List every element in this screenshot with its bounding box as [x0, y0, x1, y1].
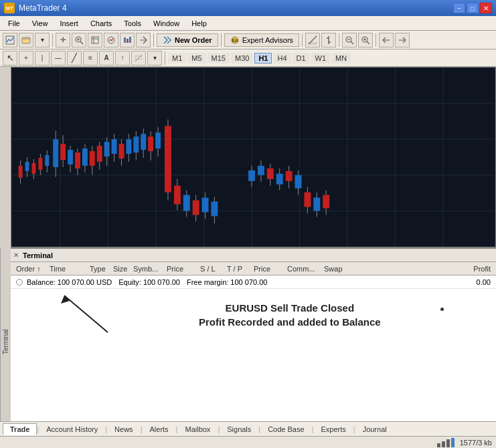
tb-chart-shift-btn[interactable]: [136, 33, 151, 47]
menu-view[interactable]: View: [27, 18, 54, 29]
tb-cursor-btn[interactable]: ↖: [3, 51, 17, 66]
menu-window[interactable]: Window: [148, 18, 185, 29]
app-icon: MT: [4, 3, 15, 13]
menu-tools[interactable]: Tools: [118, 18, 147, 29]
svg-rect-98: [183, 195, 190, 211]
svg-rect-84: [126, 139, 131, 154]
tb-chart-bar-btn[interactable]: [321, 33, 336, 47]
menu-help[interactable]: Help: [186, 18, 212, 29]
minimize-button[interactable]: −: [453, 3, 465, 13]
svg-rect-106: [248, 171, 255, 181]
tf-mn[interactable]: MN: [331, 53, 351, 64]
svg-rect-86: [133, 136, 139, 152]
tf-h4[interactable]: H4: [273, 53, 291, 64]
menu-insert[interactable]: Insert: [54, 18, 84, 29]
svg-rect-125: [437, 443, 440, 447]
status-bar: 1577/3 kb: [0, 436, 496, 448]
tb-text-btn[interactable]: A: [99, 51, 114, 66]
annotation-text: EURUSD Sell Trade Closed Profit Recorded…: [199, 302, 381, 328]
title-bar-text: MetaTrader 4: [19, 3, 67, 13]
status-bar-icons: [437, 438, 457, 447]
svg-rect-56: [25, 162, 29, 171]
tab-codebase[interactable]: Code Base: [260, 423, 311, 435]
tf-d1[interactable]: D1: [293, 53, 310, 64]
tb-zoom-in2-btn[interactable]: [358, 33, 373, 47]
tf-h1[interactable]: H1: [254, 53, 272, 64]
tb-sep1: [52, 33, 53, 47]
th-symbol: Symb...: [131, 265, 164, 273]
terminal-close-btn[interactable]: ✕: [13, 251, 19, 259]
dot-marker: [440, 308, 444, 311]
tb-redo-btn[interactable]: [395, 33, 410, 47]
tb-chart-line-btn[interactable]: [305, 33, 320, 47]
tab-trade[interactable]: Trade: [3, 423, 37, 435]
chart-area: [11, 67, 496, 247]
tab-mailbox[interactable]: Mailbox: [177, 423, 218, 435]
svg-line-3: [80, 41, 83, 44]
close-button[interactable]: ✕: [480, 3, 492, 13]
terminal-side-label[interactable]: Terminal: [0, 247, 11, 436]
tb-open-btn[interactable]: [19, 33, 33, 47]
tab-signals[interactable]: Signals: [220, 423, 258, 435]
tab-journal[interactable]: Journal: [355, 423, 394, 435]
svg-rect-64: [53, 139, 58, 167]
tb-zoom-in-btn[interactable]: [72, 33, 86, 47]
maximize-button[interactable]: □: [467, 3, 479, 13]
toolbar2: ↖ + | — ╱ ≡ A ↑ ▾ M1 M5 M15 M30 H1 H4 D1…: [0, 49, 496, 67]
tab-alerts[interactable]: Alerts: [142, 423, 175, 435]
menu-file[interactable]: File: [3, 18, 25, 29]
tb-vline-btn[interactable]: |: [35, 51, 50, 66]
tb-fibretracement-btn[interactable]: [131, 51, 146, 66]
tb-new-chart-btn[interactable]: [3, 33, 17, 47]
svg-rect-78: [104, 142, 110, 156]
svg-rect-60: [38, 158, 42, 170]
svg-rect-70: [75, 152, 80, 169]
tb-trendline-btn[interactable]: ╱: [67, 51, 82, 66]
tb-dropdown2[interactable]: ▾: [147, 51, 162, 66]
svg-rect-54: [19, 166, 23, 178]
svg-line-24: [351, 41, 353, 44]
window-controls: − □ ✕: [453, 3, 492, 13]
tab-account-history[interactable]: Account History: [39, 423, 105, 435]
tb-zoom-out-btn[interactable]: [342, 33, 357, 47]
svg-rect-102: [202, 198, 209, 213]
title-bar-left: MT MetaTrader 4: [4, 3, 67, 13]
th-swap: Swap: [321, 265, 351, 273]
tf-w1[interactable]: W1: [311, 53, 331, 64]
tf-m5[interactable]: M5: [187, 53, 205, 64]
tb-hline-btn[interactable]: —: [51, 51, 66, 66]
th-order: Order ↑: [13, 265, 47, 273]
th-profit: Profit: [351, 265, 493, 273]
svg-rect-72: [82, 148, 88, 166]
tb-properties-btn[interactable]: [88, 33, 102, 47]
menu-charts[interactable]: Charts: [85, 18, 117, 29]
svg-rect-90: [148, 136, 153, 151]
tf-m15[interactable]: M15: [208, 53, 230, 64]
svg-rect-76: [97, 146, 102, 162]
status-text: 1577/3 kb: [460, 439, 492, 447]
tab-experts[interactable]: Experts: [313, 423, 353, 435]
tb-period-sep-btn[interactable]: [120, 33, 135, 47]
new-order-button[interactable]: New Order: [157, 33, 218, 47]
tb-equidist-btn[interactable]: ≡: [83, 51, 98, 66]
tb-sep3: [221, 33, 222, 47]
svg-line-27: [367, 41, 369, 44]
svg-rect-66: [60, 144, 66, 160]
svg-rect-116: [295, 175, 302, 189]
svg-rect-104: [211, 202, 218, 217]
svg-line-14: [143, 37, 147, 40]
balance-icon: [16, 279, 23, 286]
tf-m1[interactable]: M1: [168, 53, 186, 64]
tb-crosshair-btn[interactable]: ✛: [56, 33, 70, 47]
expert-advisors-button[interactable]: EA Expert Advisors: [224, 33, 299, 47]
table-header: Order ↑ Time Type Size Symb... Price S /…: [11, 262, 496, 275]
tb-undo-btn[interactable]: [379, 33, 394, 47]
tf-m30[interactable]: M30: [231, 53, 253, 64]
tab-news[interactable]: News: [107, 423, 141, 435]
th-size: Size: [110, 265, 131, 273]
tb-crosshair2-btn[interactable]: +: [19, 51, 33, 66]
balance-label: Balance: 100 070.00 USD: [27, 278, 112, 286]
tb-arrow-btn[interactable]: ↑: [115, 51, 130, 66]
tb-indicators-btn[interactable]: [104, 33, 118, 47]
tb-dropdown1[interactable]: ▾: [35, 33, 50, 47]
